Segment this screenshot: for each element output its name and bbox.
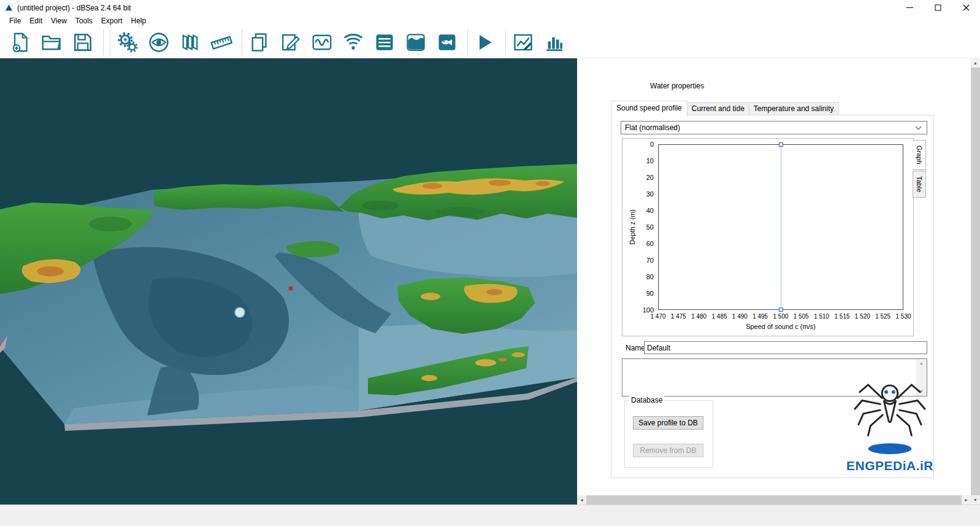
sea-surface-icon <box>405 31 427 53</box>
viewport-3d[interactable] <box>0 58 577 505</box>
run-button[interactable] <box>471 28 499 56</box>
water-column-button[interactable] <box>370 28 399 56</box>
main-area: Water properties Sound speed profile Cur… <box>0 58 980 505</box>
scroll-up-icon[interactable]: ▲ <box>919 359 924 368</box>
ruler-icon <box>210 31 232 53</box>
open-project-button[interactable] <box>37 28 66 56</box>
tab-strip: Sound speed profile Current and tide Tem… <box>611 101 839 115</box>
horizontal-scrollbar[interactable]: ◄ ► <box>577 495 971 505</box>
menu-bar: File Edit View Tools Export Help <box>0 15 980 26</box>
tab-table[interactable]: Table <box>913 171 926 198</box>
fish-button[interactable] <box>433 28 461 56</box>
toolbar-separator <box>505 29 506 55</box>
app-icon <box>4 3 13 12</box>
title-bar: (untitled project) - dBSea 2.4 64 bit <box>0 0 980 15</box>
x-axis-label: Speed of sound c (m/s) <box>658 323 903 330</box>
window-controls <box>895 0 980 15</box>
view-button[interactable] <box>145 28 173 56</box>
source-button[interactable] <box>339 28 367 56</box>
toolbar-separator <box>103 29 104 55</box>
profile-dropdown[interactable]: Flat (normalised) <box>621 121 927 134</box>
remove-from-db-button[interactable]: Remove from DB <box>633 444 703 457</box>
fish-icon <box>436 31 458 53</box>
measure-button[interactable] <box>207 28 235 56</box>
vertical-scroll-thumb[interactable] <box>971 68 980 495</box>
signal-wave-icon <box>311 31 333 53</box>
light-blue-circle-marker <box>235 307 245 317</box>
result-chart-button[interactable] <box>509 28 537 56</box>
save-profile-to-db-button[interactable]: Save profile to DB <box>633 416 703 430</box>
spider-logo-icon <box>854 376 926 456</box>
scroll-right-icon[interactable]: ► <box>962 498 971 502</box>
y-tick-labels: 0102030405060708090100 <box>622 144 656 310</box>
source-arcs-icon <box>342 31 364 53</box>
minimize-icon <box>906 4 913 11</box>
vertical-scrollbar[interactable]: ▲ ▼ <box>971 58 980 505</box>
menu-view[interactable]: View <box>47 17 71 25</box>
minimize-button[interactable] <box>895 0 924 15</box>
signal-wave-button[interactable] <box>308 28 336 56</box>
watermark-text: ENGPEDiA.iR <box>842 458 938 473</box>
sound-speed-chart: Depth z (m) 0102030405060708090100 1 470… <box>622 138 914 336</box>
menu-edit[interactable]: Edit <box>25 17 47 25</box>
maximize-button[interactable] <box>924 0 952 15</box>
x-tick-labels: 1 4701 4751 4801 4851 4901 4951 5001 505… <box>658 313 903 321</box>
name-label: Name <box>626 344 645 352</box>
chart-side-tabs: Graph Table <box>913 140 928 198</box>
layers-icon <box>179 31 201 53</box>
run-play-icon <box>474 31 496 53</box>
engpedia-watermark: ENGPEDiA.iR <box>842 376 938 473</box>
layers-button[interactable] <box>176 28 204 56</box>
save-project-icon <box>72 31 94 53</box>
menu-tools[interactable]: Tools <box>71 17 97 25</box>
profile-name-input[interactable] <box>644 341 927 354</box>
database-groupbox: Database Save profile to DB Remove from … <box>624 400 713 468</box>
bottom-strip <box>0 505 980 526</box>
menu-help[interactable]: Help <box>127 17 151 25</box>
profile-handle-bottom[interactable] <box>779 307 783 312</box>
database-group-label: Database <box>629 396 664 404</box>
tab-temperature-and-salinity[interactable]: Temperature and salinity <box>749 102 839 115</box>
edit-scenario-icon <box>280 31 302 53</box>
scroll-up-icon[interactable]: ▲ <box>971 58 980 68</box>
toolbar-separator <box>242 29 242 55</box>
toolbar <box>0 26 980 58</box>
profile-dropdown-value: Flat (normalised) <box>625 123 680 132</box>
chevron-down-icon <box>916 124 922 130</box>
sea-surface-button[interactable] <box>402 28 430 56</box>
result-chart-icon <box>512 31 534 53</box>
scroll-left-icon[interactable]: ◄ <box>577 498 586 502</box>
water-properties-panel: Water properties Sound speed profile Cur… <box>577 58 971 505</box>
levels-chart-button[interactable] <box>540 28 568 56</box>
edit-button[interactable] <box>277 28 305 56</box>
scroll-down-icon[interactable]: ▼ <box>971 495 980 505</box>
horizontal-scroll-thumb[interactable] <box>586 495 962 505</box>
chart-plot-area[interactable] <box>658 144 903 310</box>
open-project-icon <box>40 31 63 53</box>
new-project-icon <box>9 31 31 53</box>
profile-line <box>781 145 781 309</box>
app-window: (untitled project) - dBSea 2.4 64 bit Fi… <box>0 0 980 526</box>
menu-file[interactable]: File <box>5 17 25 25</box>
settings-button[interactable] <box>113 28 142 56</box>
close-button[interactable] <box>952 0 980 15</box>
tab-sound-speed-profile[interactable]: Sound speed profile <box>611 101 687 116</box>
maximize-icon <box>935 4 941 11</box>
levels-bars-icon <box>543 31 565 53</box>
new-project-button[interactable] <box>6 28 34 56</box>
window-title: (untitled project) - dBSea 2.4 64 bit <box>17 4 131 12</box>
panel-title: Water properties <box>650 82 704 90</box>
menu-export[interactable]: Export <box>97 17 127 25</box>
toolbar-separator <box>110 29 110 55</box>
red-point-marker <box>289 287 293 291</box>
view-eye-icon <box>148 31 170 53</box>
profile-handle-top[interactable] <box>779 142 783 147</box>
close-icon <box>963 4 970 11</box>
copy-button[interactable] <box>245 28 274 56</box>
tab-graph[interactable]: Graph <box>913 140 926 170</box>
tab-current-and-tide[interactable]: Current and tide <box>687 102 749 115</box>
copy-icon <box>248 31 270 53</box>
bathymetry-3d-render <box>0 58 577 505</box>
save-project-button[interactable] <box>69 28 97 56</box>
toolbar-separator <box>467 29 468 55</box>
